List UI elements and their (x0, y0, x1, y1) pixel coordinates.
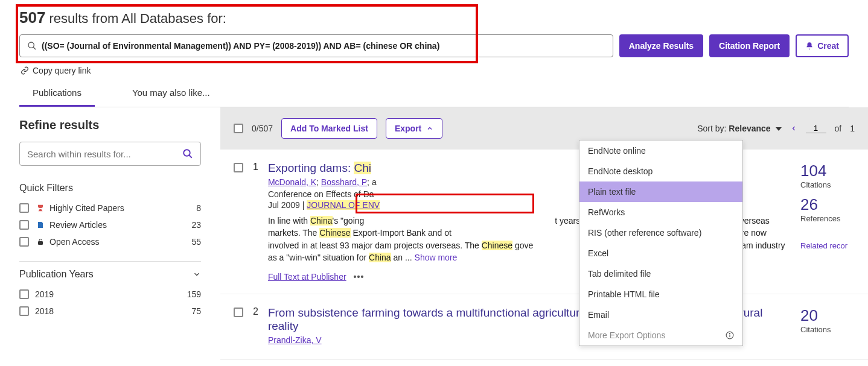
bell-icon (805, 42, 814, 50)
more-actions-icon[interactable]: ••• (354, 272, 365, 282)
filter-year-2018[interactable]: 2018 75 (19, 303, 201, 320)
main-content: Refine results Quick Filters Highly Cite… (0, 107, 868, 360)
sort-area: Sort by: Relevance of 1 (697, 124, 855, 133)
results-label: results from All Databases for: (49, 11, 226, 26)
tab-publications[interactable]: Publications (19, 81, 95, 107)
sort-value: Relevance (729, 124, 770, 133)
record-checkbox[interactable] (234, 163, 243, 172)
record-2: 2 From subsistence farming towards a mul… (220, 294, 868, 360)
quick-filters-title: Quick Filters (19, 183, 201, 194)
export-plain-text[interactable]: Plain text file (579, 181, 742, 202)
page-input[interactable] (806, 124, 826, 133)
checkbox[interactable] (19, 289, 29, 299)
filter-highly-cited[interactable]: Highly Cited Papers 8 (19, 200, 201, 216)
info-icon (726, 331, 734, 339)
search-query-text: ((SO= (Journal of Environmental Manageme… (42, 41, 439, 51)
citations-count[interactable]: 104 (800, 162, 855, 180)
export-tab-delimited[interactable]: Tab delimited file (579, 263, 742, 284)
results-area: 0/507 Add To Marked List Export EndNote … (220, 107, 868, 360)
total-pages: 1 (850, 124, 855, 133)
author-link[interactable]: Bosshard, P (321, 177, 367, 187)
trophy-icon (35, 204, 46, 212)
copy-query-link[interactable]: Copy query link (21, 66, 849, 75)
link-icon (21, 66, 29, 75)
filter-year-2019[interactable]: 2019 159 (19, 286, 201, 303)
citations-label: Citations (800, 325, 855, 334)
full-text-link[interactable]: Full Text at Publisher (268, 272, 346, 282)
caret-down-icon (776, 127, 782, 131)
export-endnote-online[interactable]: EndNote online (579, 140, 742, 161)
filter-label: Open Access (49, 237, 191, 247)
export-excel[interactable]: Excel (579, 243, 742, 263)
show-more-link[interactable]: Show more (415, 253, 458, 262)
filter-count: 23 (191, 220, 201, 230)
record-number: 2 (253, 306, 258, 347)
export-dropdown: EndNote online EndNote desktop Plain tex… (579, 140, 743, 346)
refine-search-box[interactable] (19, 142, 201, 166)
search-icon[interactable] (182, 148, 193, 159)
header-area: 507 results from All Databases for: ((SO… (0, 0, 868, 107)
citations-count[interactable]: 20 (800, 306, 855, 325)
export-email[interactable]: Email (579, 304, 742, 325)
document-icon (35, 221, 46, 229)
open-lock-icon (35, 238, 46, 246)
svg-point-7 (729, 333, 730, 334)
create-alert-button[interactable]: Creat (796, 34, 849, 57)
export-printable-html[interactable]: Printable HTML file (579, 284, 742, 304)
tab-you-may-also-like[interactable]: You may also like... (119, 81, 223, 107)
export-button[interactable]: Export (386, 118, 442, 139)
year-label: 2019 (35, 289, 187, 299)
record-checkbox[interactable] (234, 308, 243, 317)
filter-review-articles[interactable]: Review Articles 23 (19, 216, 201, 233)
references-label: References (800, 214, 855, 223)
prev-page-icon[interactable] (790, 125, 797, 132)
svg-line-1 (33, 47, 36, 49)
pub-years-section[interactable]: Publication Years (19, 269, 201, 280)
export-refworks[interactable]: RefWorks (579, 202, 742, 222)
select-all-checkbox[interactable] (234, 124, 243, 133)
of-label: of (835, 124, 842, 133)
citation-report-button[interactable]: Citation Report (709, 34, 790, 57)
references-count[interactable]: 26 (800, 195, 855, 214)
add-to-marked-list-button[interactable]: Add To Marked List (281, 118, 377, 139)
results-header: 507 results from All Databases for: (19, 8, 849, 27)
filter-open-access[interactable]: Open Access 55 (19, 233, 201, 250)
create-alert-label: Creat (817, 41, 839, 51)
sidebar: Refine results Quick Filters Highly Cite… (0, 107, 220, 360)
analyze-results-button[interactable]: Analyze Results (619, 34, 703, 57)
refine-search-input[interactable] (27, 149, 182, 159)
record-date: Jul 2009 (268, 200, 300, 210)
year-count: 159 (187, 289, 201, 299)
export-ris[interactable]: RIS (other reference software) (579, 222, 742, 243)
checkbox[interactable] (19, 220, 29, 230)
chevron-up-icon (426, 125, 433, 132)
year-label: 2018 (35, 306, 191, 316)
copy-link-label: Copy query link (33, 66, 91, 75)
checkbox[interactable] (19, 203, 29, 213)
svg-point-2 (183, 150, 190, 156)
filter-count: 55 (191, 237, 201, 247)
divider (19, 261, 201, 262)
record-1: 1 Exporting dams: Chi McDonald, K; Bossh… (220, 150, 868, 294)
citations-label: Citations (800, 180, 855, 189)
filter-label: Review Articles (49, 220, 191, 230)
author-link[interactable]: McDonald, K (268, 177, 316, 187)
record-metrics: 104 Citations 26 References Related reco… (800, 162, 855, 282)
selection-count: 0/507 (252, 124, 273, 133)
sort-control[interactable]: Sort by: Relevance (697, 124, 781, 133)
export-endnote-desktop[interactable]: EndNote desktop (579, 161, 742, 181)
filter-count: 8 (196, 203, 201, 213)
chevron-down-icon[interactable] (193, 270, 201, 279)
checkbox[interactable] (19, 237, 29, 247)
author-link[interactable]: Prandl-Zika, V (268, 335, 322, 345)
export-label: Export (395, 124, 421, 133)
svg-point-0 (28, 42, 34, 48)
record-source[interactable]: JOURNAL OF ENV (307, 200, 380, 210)
record-number: 1 (253, 162, 258, 282)
related-records-link[interactable]: Related recor (800, 241, 855, 250)
checkbox[interactable] (19, 306, 29, 316)
search-query-box[interactable]: ((SO= (Journal of Environmental Manageme… (19, 34, 613, 57)
filter-label: Highly Cited Papers (49, 203, 196, 213)
record-metrics: 20 Citations (800, 306, 855, 347)
export-more-options[interactable]: More Export Options (579, 325, 742, 345)
